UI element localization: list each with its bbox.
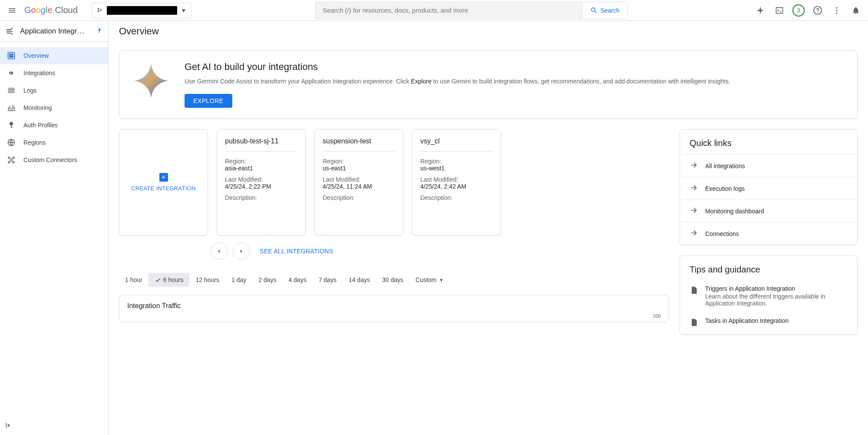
time-range-1-day[interactable]: 1 day <box>225 273 252 287</box>
tip-desc: Learn about the different triggers avail… <box>705 293 848 307</box>
time-range-label: 30 days <box>382 276 403 283</box>
svg-point-5 <box>836 10 837 11</box>
time-range-label: 12 hours <box>195 276 219 283</box>
integrations-icon <box>7 69 16 77</box>
modified-label: Last Modified: <box>420 176 493 183</box>
free-trial-badge[interactable]: 3 <box>790 2 807 19</box>
create-integration-label: CREATE INTEGRATION <box>131 185 196 192</box>
integration-card[interactable]: pubsub-test-sj-11 Region:asia-east1 Last… <box>217 129 306 236</box>
gemini-button[interactable] <box>752 2 769 19</box>
region-value: us-east1 <box>323 165 395 172</box>
quick-link-item[interactable]: All integrations <box>680 154 857 177</box>
nav-label: Custom Connectors <box>23 156 77 163</box>
nav-integrations[interactable]: Integrations <box>0 64 108 82</box>
next-page-button[interactable] <box>233 242 250 260</box>
time-range-2-days[interactable]: 2 days <box>252 273 282 287</box>
collapse-sidebar-button[interactable] <box>4 422 12 431</box>
nav-auth-profiles[interactable]: Auth Profiles <box>0 116 108 134</box>
tip-item[interactable]: Tasks in Application Integration <box>680 313 857 334</box>
integration-name: suspension-test <box>323 137 395 152</box>
nav-logs[interactable]: Logs <box>0 82 108 99</box>
explore-button[interactable]: EXPLORE <box>185 94 232 108</box>
time-range-custom[interactable]: Custom▼ <box>409 273 449 287</box>
search-wrap: Search <box>216 2 727 19</box>
key-icon <box>7 121 16 130</box>
chevron-left-icon <box>215 248 222 255</box>
project-selector[interactable]: ▼ <box>92 3 191 18</box>
quick-link-label: Connections <box>705 230 739 237</box>
pin-icon <box>96 27 103 34</box>
quick-link-item[interactable]: Execution logs <box>680 177 857 199</box>
search-box: Search <box>315 2 628 19</box>
help-button[interactable] <box>809 2 826 19</box>
time-range-7-days[interactable]: 7 days <box>313 273 343 287</box>
nav-monitoring[interactable]: Monitoring <box>0 99 108 116</box>
hamburger-menu-button[interactable] <box>3 2 21 19</box>
arrow-right-icon <box>690 206 698 216</box>
gemini-star-icon <box>132 61 171 100</box>
chevron-right-icon <box>238 248 245 255</box>
see-all-integrations-link[interactable]: SEE ALL INTEGRATIONS <box>260 248 333 255</box>
time-range-6-hours[interactable]: 6 hours <box>149 273 190 287</box>
integration-name: vsy_cl <box>420 137 493 152</box>
nav-regions[interactable]: Regions <box>0 134 108 151</box>
time-range-30-days[interactable]: 30 days <box>376 273 409 287</box>
search-button[interactable]: Search <box>582 2 627 19</box>
svg-rect-10 <box>10 56 13 57</box>
project-icon <box>96 7 103 14</box>
region-value: asia-east1 <box>225 165 297 172</box>
svg-point-18 <box>13 161 14 163</box>
create-integration-card[interactable]: + CREATE INTEGRATION <box>119 129 208 236</box>
app-integration-icon <box>5 26 16 37</box>
time-range-4-days[interactable]: 4 days <box>282 273 312 287</box>
y-axis-max: 200 <box>127 313 661 319</box>
search-icon <box>590 7 598 14</box>
nav-custom-connectors[interactable]: Custom Connectors <box>0 151 108 169</box>
svg-rect-13 <box>11 127 12 128</box>
nav-label: Logs <box>23 87 36 94</box>
google-cloud-logo[interactable]: Google Cloud <box>24 5 78 15</box>
prev-page-button[interactable] <box>210 242 228 260</box>
integration-card[interactable]: suspension-test Region:us-east1 Last Mod… <box>314 129 403 236</box>
document-icon <box>690 318 698 328</box>
time-range-12-hours[interactable]: 12 hours <box>189 273 225 287</box>
time-range-label: Custom <box>416 276 436 283</box>
nav-overview[interactable]: Overview <box>0 47 108 64</box>
pin-button[interactable] <box>96 27 103 35</box>
svg-point-4 <box>836 7 837 8</box>
quick-link-item[interactable]: Connections <box>680 222 857 245</box>
time-range-14-days[interactable]: 14 days <box>343 273 376 287</box>
svg-point-17 <box>8 161 10 163</box>
svg-point-6 <box>836 12 837 13</box>
svg-rect-8 <box>10 54 11 55</box>
time-range-label: 4 days <box>288 276 306 283</box>
more-button[interactable] <box>828 2 845 19</box>
modified-label: Last Modified: <box>225 176 297 183</box>
time-range-toggle: 1 hour6 hours12 hours1 day2 days4 days7 … <box>119 273 669 287</box>
hero-description: Use Germini Code Assist to transform you… <box>185 77 730 86</box>
time-range-1-hour[interactable]: 1 hour <box>119 273 149 287</box>
gemini-hero-card: Get AI to build your integrations Use Ge… <box>119 50 858 119</box>
notifications-button[interactable] <box>847 2 865 19</box>
quick-link-label: All integrations <box>705 163 745 169</box>
dropdown-arrow-icon: ▼ <box>439 278 443 282</box>
region-label: Region: <box>420 158 493 165</box>
tip-title: Tasks in Application Integration <box>705 317 789 324</box>
quick-link-item[interactable]: Monitoring dashboard <box>680 199 857 222</box>
modified-value: 4/25/24, 11:24 AM <box>323 183 395 190</box>
arrow-right-icon <box>690 161 698 171</box>
overview-icon <box>7 51 16 60</box>
sidebar-nav: Overview Integrations Logs Monitoring Au… <box>0 42 108 174</box>
header-right: 3 <box>752 2 865 19</box>
plus-icon: + <box>159 173 168 182</box>
hamburger-icon <box>8 6 17 15</box>
cloud-shell-button[interactable] <box>771 2 788 19</box>
integration-card[interactable]: vsy_cl Region:us-west1 Last Modified:4/2… <box>412 129 501 236</box>
logs-icon <box>7 86 16 95</box>
connectors-icon <box>7 156 16 164</box>
time-range-label: 14 days <box>349 276 370 283</box>
traffic-title: Integration Traffic <box>127 302 661 310</box>
search-input[interactable] <box>316 2 582 19</box>
tip-item[interactable]: Triggers in Application IntegrationLearn… <box>680 281 857 313</box>
region-value: us-west1 <box>420 165 493 172</box>
